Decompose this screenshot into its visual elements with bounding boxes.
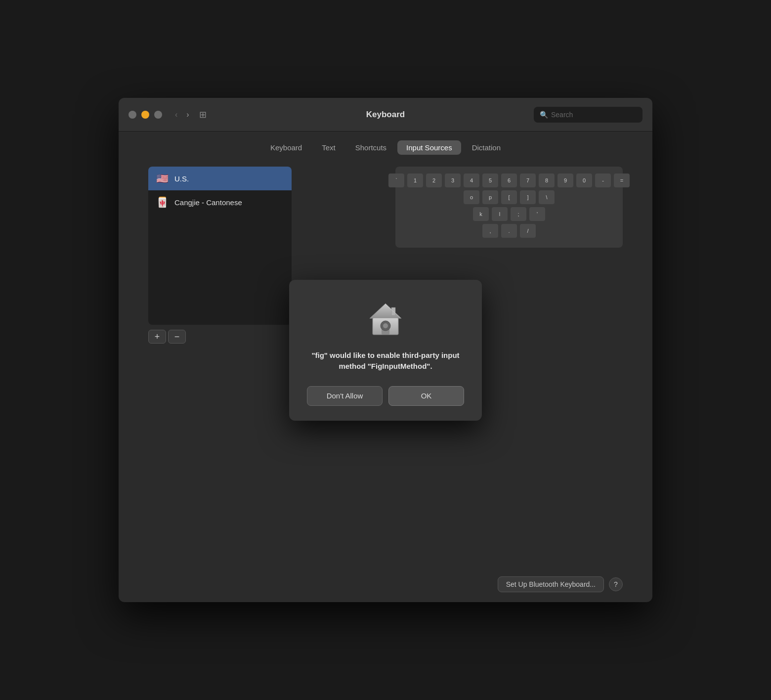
svg-point-5 (383, 323, 388, 328)
dialog-overlay: "fig" would like to enable third-party i… (119, 98, 652, 602)
svg-marker-0 (370, 304, 401, 318)
dialog-buttons: Don't Allow OK (307, 386, 464, 406)
dialog-app-icon (366, 300, 405, 339)
main-window: ‹ › ⊞ Keyboard 🔍 Search Keyboard Text Sh… (119, 98, 652, 602)
ok-button[interactable]: OK (388, 386, 464, 406)
dont-allow-button[interactable]: Don't Allow (307, 386, 383, 406)
permission-dialog: "fig" would like to enable third-party i… (289, 280, 482, 421)
dialog-message: "fig" would like to enable third-party i… (307, 350, 464, 372)
